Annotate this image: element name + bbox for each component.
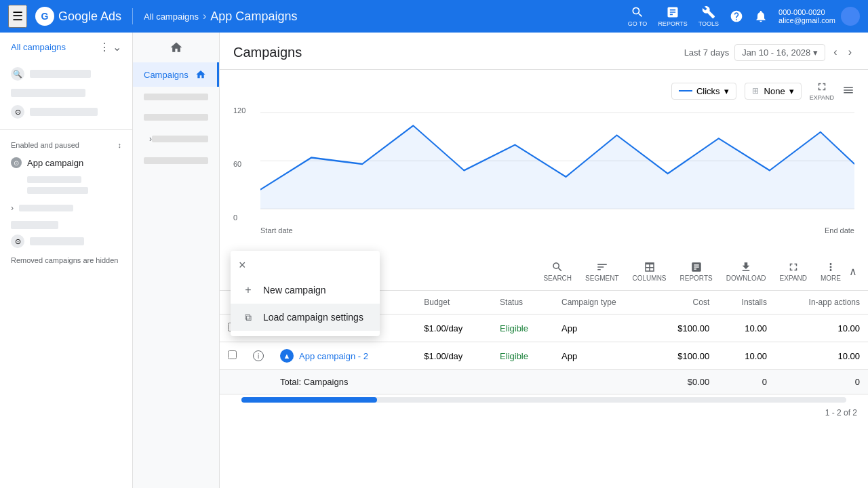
date-preset-label: Last 7 days bbox=[684, 47, 730, 58]
main-layout: All campaigns ⋮ ⌄ 🔍 ⊙ Enabled and paused… bbox=[0, 33, 868, 488]
brand-name: Google Ads bbox=[58, 9, 121, 24]
campaign-type-cell-2: App bbox=[553, 342, 651, 370]
sidebar-bar-2 bbox=[30, 108, 98, 116]
help-button[interactable] bbox=[730, 9, 743, 23]
status-badge-2: Eligible bbox=[500, 351, 528, 361]
load-settings-menu-item[interactable]: ⧉ Load campaign settings bbox=[231, 304, 380, 331]
date-range-picker[interactable]: Jan 10 - 16, 2028 ▾ bbox=[734, 44, 825, 61]
plus-icon: + bbox=[241, 283, 255, 297]
pagination-info: 1 - 2 of 2 bbox=[220, 403, 868, 423]
expand-action-button[interactable]: EXPAND bbox=[774, 258, 812, 285]
total-installs: 0 bbox=[717, 370, 775, 394]
user-info[interactable]: 000-000-0020 alice@gmail.com bbox=[778, 7, 860, 26]
sidebar-action-buttons: ⋮ ⌄ bbox=[99, 41, 121, 54]
new-campaign-menu-item[interactable]: + New campaign bbox=[231, 277, 380, 304]
expand-label: EXPAND bbox=[810, 94, 834, 101]
sidebar-bar-rows bbox=[0, 174, 132, 201]
top-navigation: ☰ G Google Ads All campaigns › App Campa… bbox=[0, 0, 868, 33]
download-action-button[interactable]: DOWNLOAD bbox=[721, 258, 772, 285]
budget-cell-2: $1.00/day bbox=[416, 342, 492, 370]
sidebar-item-3[interactable] bbox=[133, 107, 219, 127]
metric-dropdown-icon: ▾ bbox=[724, 86, 729, 96]
sidebar-search-item-1[interactable]: 🔍 bbox=[0, 62, 132, 86]
tools-button[interactable]: TOOLS bbox=[698, 5, 719, 27]
sidebar-item-campaigns[interactable]: Campaigns bbox=[133, 62, 219, 87]
search-action-button[interactable]: SEARCH bbox=[538, 258, 577, 285]
segment-dropdown-icon: ▾ bbox=[789, 86, 794, 96]
user-account: 000-000-0020 bbox=[778, 8, 835, 16]
sidebar-item-more[interactable]: › bbox=[0, 201, 132, 216]
reports-action-button[interactable]: REPORTS bbox=[675, 258, 718, 285]
chart-expand-button[interactable]: EXPAND bbox=[810, 81, 834, 101]
segment-action-button[interactable]: SEGMENT bbox=[580, 258, 624, 285]
user-avatar[interactable] bbox=[841, 7, 860, 26]
load-settings-label: Load campaign settings bbox=[263, 312, 363, 323]
new-campaign-label: New campaign bbox=[263, 285, 326, 296]
row-checkbox-2[interactable] bbox=[228, 350, 237, 359]
sidebar-bottom-bars: ⊙ bbox=[0, 218, 132, 251]
search-icon-2: ⊙ bbox=[11, 105, 24, 119]
sidebar-section-label: Enabled and paused ↕ bbox=[0, 136, 132, 152]
search-icon-1: 🔍 bbox=[11, 67, 24, 81]
chart-area: Clicks ▾ ⊞ None ▾ EXPAND 120 bbox=[220, 70, 868, 253]
sidebar-item-app-campaign[interactable]: ⊙ App campaign bbox=[0, 152, 132, 174]
page-title: Campaigns bbox=[233, 45, 302, 60]
sidebar-expand-button[interactable]: ⌄ bbox=[113, 41, 121, 54]
dropdown-chevron-icon: ▾ bbox=[813, 47, 818, 58]
metric-line-indicator bbox=[679, 90, 692, 92]
clicks-metric-button[interactable]: Clicks ▾ bbox=[671, 83, 736, 100]
more-action-button[interactable]: MORE bbox=[815, 258, 846, 285]
left-sidebar: All campaigns ⋮ ⌄ 🔍 ⊙ Enabled and paused… bbox=[0, 33, 133, 488]
sidebar-more-button[interactable]: ⋮ bbox=[99, 41, 110, 54]
in-app-cell-1: 10.00 bbox=[775, 314, 868, 342]
campaign-icon: ⊙ bbox=[11, 157, 22, 168]
prev-date-button[interactable]: ‹ bbox=[831, 43, 840, 61]
chart-more-button[interactable] bbox=[842, 84, 854, 98]
hamburger-menu-button[interactable]: ☰ bbox=[8, 5, 27, 28]
all-campaigns-link[interactable]: All campaigns bbox=[11, 42, 66, 52]
sub-sidebar-home[interactable] bbox=[133, 33, 219, 62]
total-label: Total: Campaigns bbox=[272, 370, 416, 394]
campaign-link-2[interactable]: App campaign - 2 bbox=[299, 351, 368, 361]
sidebar-item-4[interactable]: › bbox=[133, 127, 219, 150]
horizontal-scrollbar[interactable] bbox=[220, 394, 868, 403]
campaign-name: App campaign bbox=[27, 158, 83, 168]
sidebar-item-2[interactable] bbox=[133, 87, 219, 107]
sidebar-item-5[interactable] bbox=[133, 150, 219, 171]
notifications-button[interactable] bbox=[754, 9, 768, 23]
columns-action-button[interactable]: COLUMNS bbox=[627, 258, 672, 285]
breadcrumb-current: App Campaigns bbox=[210, 9, 297, 24]
campaign-type-cell-1: App bbox=[553, 314, 651, 342]
next-date-button[interactable]: › bbox=[846, 43, 854, 61]
table-actions: SEARCH SEGMENT COLUMNS REPORTS DOWNLOAD bbox=[538, 258, 857, 285]
chart-controls: Clicks ▾ ⊞ None ▾ EXPAND bbox=[233, 81, 854, 101]
date-range-value: Jan 10 - 16, 2028 bbox=[742, 47, 810, 58]
load-settings-icon: ⧉ bbox=[241, 310, 255, 324]
sidebar-bar-1 bbox=[30, 70, 91, 78]
hidden-campaigns-note: Removed campaigns are hidden bbox=[0, 251, 132, 270]
segment-button[interactable]: ⊞ None ▾ bbox=[745, 83, 802, 100]
nav-actions: GO TO REPORTS TOOLS 000-000-0020 alice@g… bbox=[628, 5, 860, 27]
sidebar-search-item-3[interactable]: ⊙ bbox=[11, 235, 121, 248]
close-dropdown-button[interactable]: × bbox=[239, 259, 246, 271]
sidebar-search-item-2[interactable]: ⊙ bbox=[0, 100, 132, 124]
breadcrumb-separator: › bbox=[203, 10, 206, 22]
col-campaign-type: Campaign type bbox=[553, 291, 651, 314]
collapse-button[interactable]: ∧ bbox=[849, 265, 857, 278]
logo-icon: G bbox=[35, 7, 54, 26]
info-icon-2[interactable]: i bbox=[253, 350, 264, 361]
goto-button[interactable]: GO TO bbox=[628, 5, 648, 27]
breadcrumb: All campaigns › App Campaigns bbox=[144, 9, 297, 24]
table-row: i ▲ App campaign - 2 $1.00/day Eligible … bbox=[220, 342, 868, 370]
scroll-thumb[interactable] bbox=[241, 397, 377, 403]
status-badge-1: Eligible bbox=[500, 323, 528, 333]
total-in-app: 0 bbox=[775, 370, 868, 394]
installs-cell-2: 10.00 bbox=[717, 342, 775, 370]
sidebar-bar-row-1 bbox=[0, 86, 132, 100]
col-status: Status bbox=[492, 291, 553, 314]
metric-label: Clicks bbox=[696, 86, 720, 96]
reports-button[interactable]: REPORTS bbox=[658, 5, 687, 27]
new-campaign-dropdown: × + New campaign ⧉ Load campaign setting… bbox=[231, 251, 380, 336]
nav-divider bbox=[132, 8, 133, 24]
breadcrumb-parent[interactable]: All campaigns bbox=[144, 12, 199, 22]
